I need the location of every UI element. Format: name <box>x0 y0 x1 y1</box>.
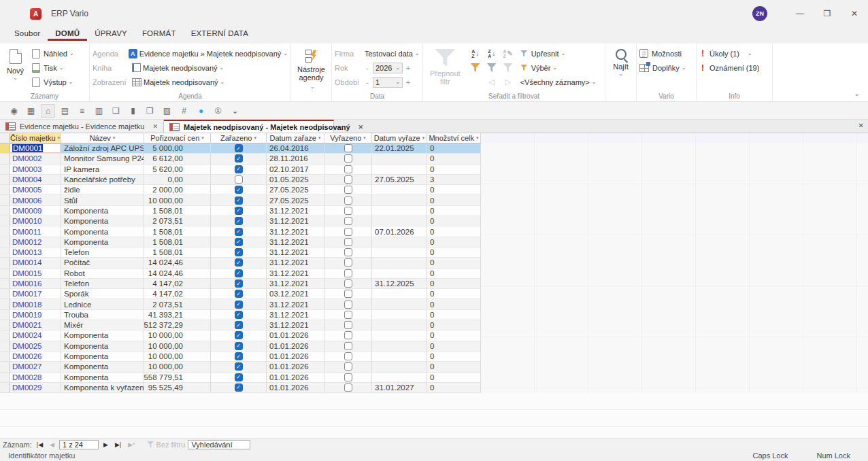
cell-datum-zarazeni[interactable]: 31.12.2021 <box>267 269 324 279</box>
zarazeno-checkbox[interactable]: ✓ <box>235 144 243 152</box>
vyrazeno-checkbox[interactable] <box>344 207 352 215</box>
cell-vyrazeno[interactable] <box>324 352 372 362</box>
cell-cislo-majetku[interactable]: DM0009 <box>10 206 61 216</box>
vyrazeno-checkbox[interactable] <box>344 154 352 163</box>
row-selector[interactable] <box>0 185 10 195</box>
vyrazeno-checkbox[interactable] <box>344 373 352 381</box>
zarazeno-checkbox[interactable]: ✓ <box>235 311 243 319</box>
cell-cislo-majetku[interactable]: DM0011 <box>10 226 61 237</box>
zarazeno-checkbox[interactable]: ✓ <box>235 165 243 173</box>
cell-vyrazeno[interactable] <box>324 165 372 175</box>
cell-datum-zarazeni[interactable]: 31.12.2021 <box>267 237 324 247</box>
table-row[interactable]: DM0010Komponenta2 073,51✓31.12.20210 <box>0 216 481 226</box>
table-row[interactable]: DM0013Telefon1 508,01✓31.12.20210 <box>0 247 481 258</box>
vyrazeno-checkbox[interactable] <box>344 301 352 309</box>
toggle-filter-button[interactable]: Přepnoutfiltr <box>426 46 465 90</box>
cell-porizovaci-cena[interactable]: 95 525,49 <box>144 383 211 393</box>
cell-porizovaci-cena[interactable]: 5 000,00 <box>144 143 211 154</box>
cell-zarazeno[interactable]: ✓ <box>211 279 267 289</box>
row-selector[interactable] <box>0 258 10 268</box>
cell-mnozstvi-celkem[interactable]: 0 <box>427 341 481 352</box>
zarazeno-checkbox[interactable]: ✓ <box>235 342 243 350</box>
cell-mnozstvi-celkem[interactable]: 0 <box>427 154 481 164</box>
vyrazeno-checkbox[interactable] <box>344 186 352 194</box>
cell-cislo-majetku[interactable]: DM0002 <box>10 154 61 164</box>
record-position-input[interactable]: 1 z 24 <box>59 440 99 449</box>
row-selector[interactable] <box>0 195 10 205</box>
cell-zarazeno[interactable]: ✓ <box>211 320 267 330</box>
row-selector[interactable] <box>0 143 10 154</box>
cell-zarazeno[interactable]: ✓ <box>211 341 267 352</box>
find-button[interactable]: Najít ⌄ <box>608 46 633 80</box>
cell-datum-zarazeni[interactable]: 01.01.2026 <box>267 330 324 341</box>
cell-cislo-majetku[interactable]: DM0005 <box>10 185 61 195</box>
cell-mnozstvi-celkem[interactable]: 0 <box>427 362 481 372</box>
cell-porizovaci-cena[interactable]: 558 779,51 <box>144 373 211 383</box>
cell-datum-zarazeni[interactable]: 01.01.2026 <box>267 352 324 362</box>
previous-record-button[interactable]: ◀ <box>48 441 56 448</box>
zarazeno-checkbox[interactable]: ✓ <box>235 228 243 236</box>
numbering-icon[interactable]: # <box>177 104 191 118</box>
cell-cislo-majetku[interactable]: DM0021 <box>10 320 61 330</box>
cell-datum-zarazeni[interactable]: 31.12.2021 <box>267 216 324 226</box>
cell-mnozstvi-celkem[interactable]: 0 <box>427 226 481 237</box>
table-row[interactable]: DM0025Komponenta10 000,00✓01.01.20260 <box>0 341 481 352</box>
menu-format[interactable]: FORMÁT <box>135 27 184 41</box>
table-row[interactable]: DM0003IP kamera5 620,00✓02.10.20170 <box>0 165 481 175</box>
cell-mnozstvi-celkem[interactable]: 0 <box>427 185 481 195</box>
cell-vyrazeno[interactable] <box>324 237 372 247</box>
cell-cislo-majetku[interactable]: DM0012 <box>10 237 61 247</box>
agenda-selector[interactable]: Agenda A Evidence majetku » Majetek neod… <box>93 46 288 61</box>
cell-zarazeno[interactable]: ✓ <box>211 237 267 247</box>
previous-record-icon[interactable]: ◁ <box>488 78 494 86</box>
cell-porizovaci-cena[interactable]: 512 372,29 <box>144 320 211 330</box>
cell-datum-vyrazeni[interactable]: 07.01.2026 <box>372 226 427 237</box>
close-tab-group-icon[interactable]: ✕ <box>858 122 864 129</box>
cell-cislo-majetku[interactable]: DM0004 <box>10 175 61 185</box>
cell-zarazeno[interactable]: ✓ <box>211 269 267 279</box>
filter-selection-button[interactable] <box>471 63 480 72</box>
table-row[interactable]: DM0002Monnitor Samsung P2470HD6 612,00✓2… <box>0 154 481 164</box>
cell-datum-zarazeni[interactable]: 31.12.2021 <box>267 247 324 258</box>
vyrazeno-checkbox[interactable] <box>344 228 352 236</box>
cell-zarazeno[interactable]: ✓ <box>211 383 267 393</box>
table-row[interactable]: DM0011Komponenta1 508,01✓31.12.202107.01… <box>0 226 481 237</box>
column-header-nazev[interactable]: Název▾ <box>61 133 144 143</box>
record-scope-selector[interactable]: <Všechny záznamy>⌄ <box>520 75 597 89</box>
cell-porizovaci-cena[interactable]: 6 612,00 <box>144 154 211 164</box>
zarazeno-checkbox[interactable]: ✓ <box>235 154 243 163</box>
agenda-tools-button[interactable]: Nástrojeagendy ⌄ <box>294 46 329 94</box>
cell-vyrazeno[interactable] <box>324 185 372 195</box>
cell-porizovaci-cena[interactable]: 5 620,00 <box>144 165 211 175</box>
menu-upravy[interactable]: ÚPRAVY <box>87 27 135 41</box>
zarazeno-checkbox[interactable]: ✓ <box>235 207 243 215</box>
cell-datum-zarazeni[interactable]: 26.04.2016 <box>267 143 324 154</box>
image-icon[interactable]: ▧ <box>160 104 174 118</box>
cell-datum-zarazeni[interactable]: 31.12.2021 <box>267 226 324 237</box>
books-icon[interactable]: ❒ <box>143 104 157 118</box>
cell-vyrazeno[interactable] <box>324 226 372 237</box>
user-avatar[interactable]: ZN <box>752 6 767 21</box>
cell-porizovaci-cena[interactable]: 14 024,46 <box>144 269 211 279</box>
cell-nazev[interactable]: Mixér <box>61 320 144 330</box>
zarazeno-checkbox[interactable]: ✓ <box>235 258 243 267</box>
cell-cislo-majetku[interactable]: DM0010 <box>10 216 61 226</box>
vyrazeno-checkbox[interactable] <box>344 144 352 152</box>
cell-datum-zarazeni[interactable]: 01.01.2026 <box>267 373 324 383</box>
cell-nazev[interactable]: Trouba <box>61 310 144 320</box>
row-selector[interactable] <box>0 362 10 372</box>
cell-cislo-majetku[interactable]: DM0001 <box>10 143 61 154</box>
column-header-datum-zarazeni[interactable]: Datum zařaze▾ <box>267 133 324 143</box>
cell-datum-zarazeni[interactable]: 31.12.2021 <box>267 206 324 216</box>
cell-zarazeno[interactable]: ✓ <box>211 258 267 268</box>
folder-icon[interactable]: ▤ <box>58 104 72 118</box>
cell-datum-zarazeni[interactable]: 01.01.2026 <box>267 341 324 352</box>
status-circle-icon[interactable]: ● <box>194 104 208 118</box>
row-selector[interactable] <box>0 330 10 341</box>
cell-datum-vyrazeni[interactable] <box>372 247 427 258</box>
cell-datum-vyrazeni[interactable] <box>372 362 427 372</box>
table-row[interactable]: DM0016Telefon4 147,02✓31.12.202131.12.20… <box>0 279 481 289</box>
cell-nazev[interactable]: Sporák <box>61 289 144 299</box>
table-row[interactable]: DM0004Kancelářské potřeby0,0001.05.20252… <box>0 175 481 185</box>
cell-nazev[interactable]: Počítač <box>61 258 144 268</box>
